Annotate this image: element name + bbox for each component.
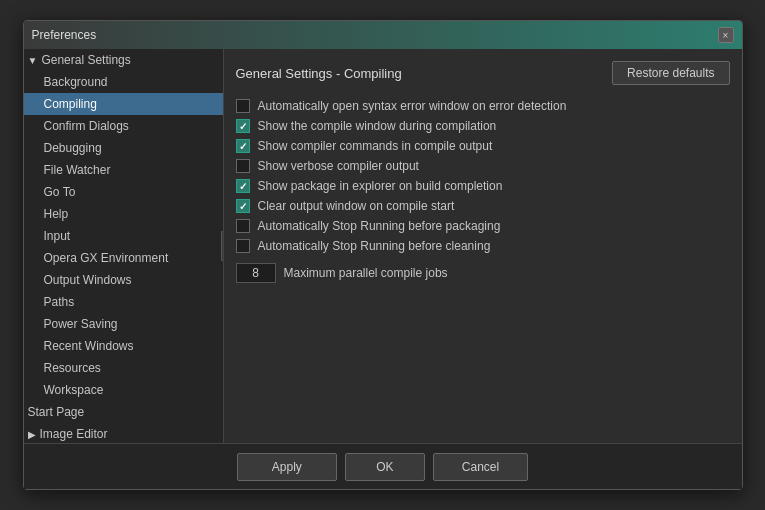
- setting-label-auto-stop-cleaning: Automatically Stop Running before cleani…: [258, 239, 491, 253]
- sidebar-item-go-to[interactable]: Go To: [24, 181, 223, 203]
- restore-defaults-button[interactable]: Restore defaults: [612, 61, 729, 85]
- sidebar-item-power-saving[interactable]: Power Saving: [24, 313, 223, 335]
- setting-label-show-verbose: Show verbose compiler output: [258, 159, 419, 173]
- preferences-dialog: Preferences × ▼General SettingsBackgroun…: [23, 20, 743, 490]
- sidebar-item-label-input: Input: [44, 229, 71, 243]
- sidebar-item-compiling[interactable]: Compiling: [24, 93, 223, 115]
- sidebar-item-label-start-page: Start Page: [28, 405, 85, 419]
- sidebar-item-label-resources: Resources: [44, 361, 101, 375]
- sidebar: ▼General SettingsBackgroundCompilingConf…: [24, 49, 224, 443]
- setting-row-show-verbose: Show verbose compiler output: [236, 159, 730, 173]
- sidebar-item-paths[interactable]: Paths: [24, 291, 223, 313]
- arrow-icon-general-settings: ▼: [28, 55, 38, 66]
- setting-row-show-package-explorer: Show package in explorer on build comple…: [236, 179, 730, 193]
- sidebar-item-general-settings[interactable]: ▼General Settings: [24, 49, 223, 71]
- sidebar-item-confirm-dialogs[interactable]: Confirm Dialogs: [24, 115, 223, 137]
- checkbox-auto-stop-packaging[interactable]: [236, 219, 250, 233]
- dialog-title: Preferences: [32, 28, 97, 42]
- sidebar-item-workspace[interactable]: Workspace: [24, 379, 223, 401]
- sidebar-item-resources[interactable]: Resources: [24, 357, 223, 379]
- setting-label-clear-output-window: Clear output window on compile start: [258, 199, 455, 213]
- sidebar-item-recent-windows[interactable]: Recent Windows: [24, 335, 223, 357]
- sidebar-item-label-workspace: Workspace: [44, 383, 104, 397]
- content-title: General Settings - Compiling: [236, 66, 402, 81]
- sidebar-item-help[interactable]: Help: [24, 203, 223, 225]
- sidebar-item-label-help: Help: [44, 207, 69, 221]
- sidebar-item-start-page[interactable]: Start Page: [24, 401, 223, 423]
- setting-label-auto-syntax-error: Automatically open syntax error window o…: [258, 99, 567, 113]
- sidebar-item-background[interactable]: Background: [24, 71, 223, 93]
- dialog-body: ▼General SettingsBackgroundCompilingConf…: [24, 49, 742, 443]
- setting-row-auto-syntax-error: Automatically open syntax error window o…: [236, 99, 730, 113]
- parallel-jobs-input[interactable]: [236, 263, 276, 283]
- dialog-footer: Apply OK Cancel: [24, 443, 742, 489]
- checkbox-clear-output-window[interactable]: [236, 199, 250, 213]
- close-button[interactable]: ×: [718, 27, 734, 43]
- checkbox-show-verbose[interactable]: [236, 159, 250, 173]
- sidebar-item-debugging[interactable]: Debugging: [24, 137, 223, 159]
- checkbox-auto-stop-cleaning[interactable]: [236, 239, 250, 253]
- sidebar-item-label-file-watcher: File Watcher: [44, 163, 111, 177]
- checkbox-auto-syntax-error[interactable]: [236, 99, 250, 113]
- setting-label-auto-stop-packaging: Automatically Stop Running before packag…: [258, 219, 501, 233]
- sidebar-item-label-confirm-dialogs: Confirm Dialogs: [44, 119, 129, 133]
- sidebar-item-label-image-editor: Image Editor: [40, 427, 108, 441]
- sidebar-item-label-general-settings: General Settings: [41, 53, 130, 67]
- cancel-button[interactable]: Cancel: [433, 453, 528, 481]
- content-header: General Settings - Compiling Restore def…: [236, 61, 730, 85]
- sidebar-item-image-editor[interactable]: ▶Image Editor: [24, 423, 223, 443]
- sidebar-collapse-button[interactable]: «: [221, 231, 224, 261]
- title-bar: Preferences ×: [24, 21, 742, 49]
- checkbox-show-compiler-commands[interactable]: [236, 139, 250, 153]
- setting-label-show-package-explorer: Show package in explorer on build comple…: [258, 179, 503, 193]
- setting-row-auto-stop-cleaning: Automatically Stop Running before cleani…: [236, 239, 730, 253]
- setting-row-auto-stop-packaging: Automatically Stop Running before packag…: [236, 219, 730, 233]
- apply-button[interactable]: Apply: [237, 453, 337, 481]
- sidebar-item-label-output-windows: Output Windows: [44, 273, 132, 287]
- sidebar-item-label-go-to: Go To: [44, 185, 76, 199]
- sidebar-item-label-power-saving: Power Saving: [44, 317, 118, 331]
- sidebar-item-label-recent-windows: Recent Windows: [44, 339, 134, 353]
- sidebar-item-label-opera-gx-environment: Opera GX Environment: [44, 251, 169, 265]
- sidebar-item-file-watcher[interactable]: File Watcher: [24, 159, 223, 181]
- ok-button[interactable]: OK: [345, 453, 425, 481]
- parallel-jobs-label: Maximum parallel compile jobs: [284, 266, 448, 280]
- sidebar-item-label-debugging: Debugging: [44, 141, 102, 155]
- checkbox-show-compile-window[interactable]: [236, 119, 250, 133]
- number-field-row: Maximum parallel compile jobs: [236, 263, 730, 283]
- settings-list: Automatically open syntax error window o…: [236, 99, 730, 283]
- setting-row-show-compiler-commands: Show compiler commands in compile output: [236, 139, 730, 153]
- checkbox-show-package-explorer[interactable]: [236, 179, 250, 193]
- sidebar-item-opera-gx-environment[interactable]: Opera GX Environment: [24, 247, 223, 269]
- arrow-icon-image-editor: ▶: [28, 429, 36, 440]
- main-content: General Settings - Compiling Restore def…: [224, 49, 742, 443]
- setting-label-show-compile-window: Show the compile window during compilati…: [258, 119, 497, 133]
- sidebar-item-output-windows[interactable]: Output Windows: [24, 269, 223, 291]
- sidebar-item-label-paths: Paths: [44, 295, 75, 309]
- setting-row-show-compile-window: Show the compile window during compilati…: [236, 119, 730, 133]
- setting-row-clear-output-window: Clear output window on compile start: [236, 199, 730, 213]
- sidebar-item-input[interactable]: Input: [24, 225, 223, 247]
- sidebar-item-label-background: Background: [44, 75, 108, 89]
- sidebar-item-label-compiling: Compiling: [44, 97, 97, 111]
- setting-label-show-compiler-commands: Show compiler commands in compile output: [258, 139, 493, 153]
